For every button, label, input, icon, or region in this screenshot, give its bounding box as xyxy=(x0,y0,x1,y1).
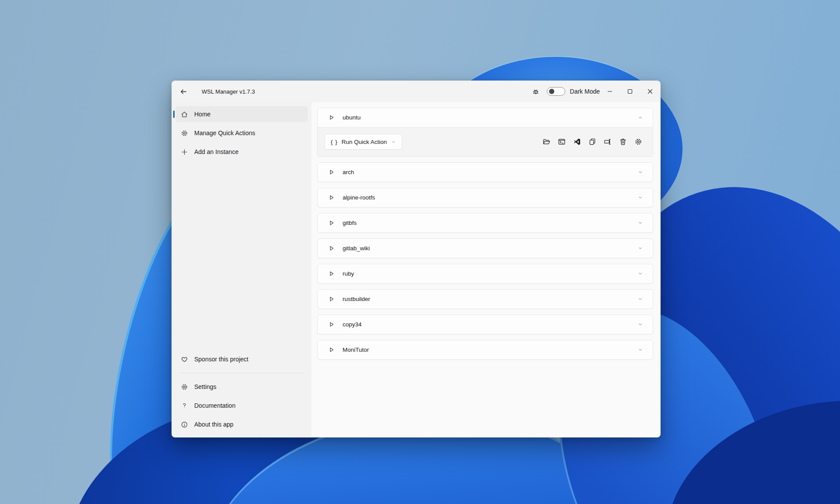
titlebar-right-controls: Dark Mode xyxy=(530,81,660,102)
sidebar-item-label: Add an Instance xyxy=(194,148,238,155)
open-folder-icon xyxy=(542,138,550,146)
bug-icon xyxy=(532,88,539,95)
chevron-down-icon[interactable] xyxy=(637,169,643,175)
gear-icon xyxy=(181,383,188,391)
vscode-icon xyxy=(573,138,581,146)
home-icon xyxy=(181,111,188,118)
instance-name: MoniTutor xyxy=(343,346,369,353)
dark-mode-toggle[interactable] xyxy=(547,87,565,96)
instance-name: ruby xyxy=(343,270,354,277)
maximize-icon xyxy=(627,89,633,94)
sidebar-item-label: Settings xyxy=(194,383,217,390)
terminal-icon xyxy=(558,138,566,146)
delete-instance-button[interactable] xyxy=(618,137,628,147)
instance-row[interactable]: copy34 xyxy=(318,315,653,334)
toggle-knob xyxy=(549,89,554,94)
open-terminal-button[interactable] xyxy=(557,137,567,147)
sidebar: Home Manage Quick Actions Add an Instanc… xyxy=(172,102,312,438)
run-quick-action-label: Run Quick Action xyxy=(342,139,387,145)
play-icon[interactable] xyxy=(328,296,335,302)
trash-icon xyxy=(619,138,627,146)
sidebar-spacer xyxy=(172,163,312,351)
instance-row[interactable]: gitlab_wiki xyxy=(318,239,653,258)
sidebar-item-settings[interactable]: Settings xyxy=(175,379,308,395)
instance-row[interactable]: ruby xyxy=(318,264,653,283)
heart-icon xyxy=(181,356,188,363)
back-arrow-icon xyxy=(180,88,187,95)
instance-name: gitlab_wiki xyxy=(343,245,370,252)
chevron-down-icon[interactable] xyxy=(637,220,643,226)
instance-name: arch xyxy=(343,169,354,175)
play-icon[interactable] xyxy=(328,194,335,201)
play-icon[interactable] xyxy=(328,220,335,226)
chevron-down-icon[interactable] xyxy=(637,347,643,353)
instance-list: ubuntu { } Run Quick Action xyxy=(312,102,660,438)
instance-row[interactable]: alpine-rootfs xyxy=(318,188,653,207)
run-quick-action-button[interactable]: { } Run Quick Action xyxy=(325,134,402,150)
sidebar-item-label: Home xyxy=(194,111,210,118)
chevron-down-icon[interactable] xyxy=(637,322,643,328)
open-vscode-button[interactable] xyxy=(572,137,582,147)
gear-icon xyxy=(181,130,188,137)
open-folder-button[interactable] xyxy=(542,137,551,147)
chevron-down-icon[interactable] xyxy=(637,245,643,252)
instance-row[interactable]: MoniTutor xyxy=(318,340,653,359)
chevron-down-icon xyxy=(391,139,396,144)
sidebar-item-label: Manage Quick Actions xyxy=(194,130,255,136)
sidebar-item-documentation[interactable]: Documentation xyxy=(175,398,308,413)
sidebar-item-home[interactable]: Home xyxy=(175,106,308,122)
selection-indicator xyxy=(173,111,175,118)
minimize-button[interactable] xyxy=(600,81,620,102)
play-icon[interactable] xyxy=(328,114,335,121)
maximize-button[interactable] xyxy=(620,81,640,102)
instance-row[interactable]: arch xyxy=(318,163,653,182)
instance-card-expanded: ubuntu { } Run Quick Action xyxy=(317,108,653,157)
sidebar-item-add-instance[interactable]: Add an Instance xyxy=(175,144,308,160)
sidebar-item-label: Documentation xyxy=(194,402,235,409)
instance-card: arch xyxy=(317,162,653,182)
titlebar: WSL Manager v1.7.3 Dark Mode xyxy=(172,81,660,102)
rename-icon xyxy=(604,138,612,146)
copy-icon xyxy=(588,138,596,146)
instance-settings-button[interactable] xyxy=(634,137,643,147)
question-icon xyxy=(181,402,188,410)
chevron-down-icon[interactable] xyxy=(637,271,643,277)
braces-icon: { } xyxy=(331,139,338,145)
sidebar-item-label: Sponsor this project xyxy=(194,356,248,363)
chevron-down-icon[interactable] xyxy=(637,296,643,302)
instance-actions-panel: { } Run Quick Action xyxy=(318,127,653,156)
sidebar-item-manage-quick-actions[interactable]: Manage Quick Actions xyxy=(175,125,308,141)
instance-row[interactable]: rustbuilder xyxy=(318,290,653,308)
rename-instance-button[interactable] xyxy=(603,137,612,147)
play-icon[interactable] xyxy=(328,321,335,328)
chevron-down-icon[interactable] xyxy=(637,195,643,201)
sidebar-item-label: About this app xyxy=(194,421,234,428)
instance-action-icons xyxy=(542,137,643,147)
close-button[interactable] xyxy=(640,81,660,102)
instance-name: gitbfs xyxy=(343,220,357,226)
instance-row[interactable]: ubuntu xyxy=(318,108,653,127)
chevron-up-icon[interactable] xyxy=(637,115,643,121)
copy-instance-button[interactable] xyxy=(588,137,597,147)
back-button[interactable] xyxy=(176,84,190,98)
sidebar-item-about[interactable]: About this app xyxy=(175,416,308,432)
minimize-icon xyxy=(607,89,612,94)
play-icon[interactable] xyxy=(328,169,335,175)
play-icon[interactable] xyxy=(328,270,335,277)
info-icon xyxy=(181,421,188,428)
play-icon[interactable] xyxy=(328,346,335,353)
instance-card: gitbfs xyxy=(317,213,653,233)
sidebar-divider xyxy=(179,373,304,373)
window-title: WSL Manager v1.7.3 xyxy=(202,88,255,95)
wsl-manager-window: WSL Manager v1.7.3 Dark Mode xyxy=(172,80,661,438)
settings-icon xyxy=(634,138,642,146)
debug-button[interactable] xyxy=(530,86,542,97)
instance-row[interactable]: gitbfs xyxy=(318,214,653,232)
desktop-wallpaper: WSL Manager v1.7.3 Dark Mode xyxy=(0,0,840,504)
dark-mode-label: Dark Mode xyxy=(570,88,600,95)
play-icon[interactable] xyxy=(328,245,335,252)
instance-card: MoniTutor xyxy=(317,340,653,360)
instance-card: alpine-rootfs xyxy=(317,188,653,207)
sidebar-bottom: Sponsor this project Settings Documenta xyxy=(172,351,312,438)
sidebar-item-sponsor[interactable]: Sponsor this project xyxy=(175,351,308,367)
